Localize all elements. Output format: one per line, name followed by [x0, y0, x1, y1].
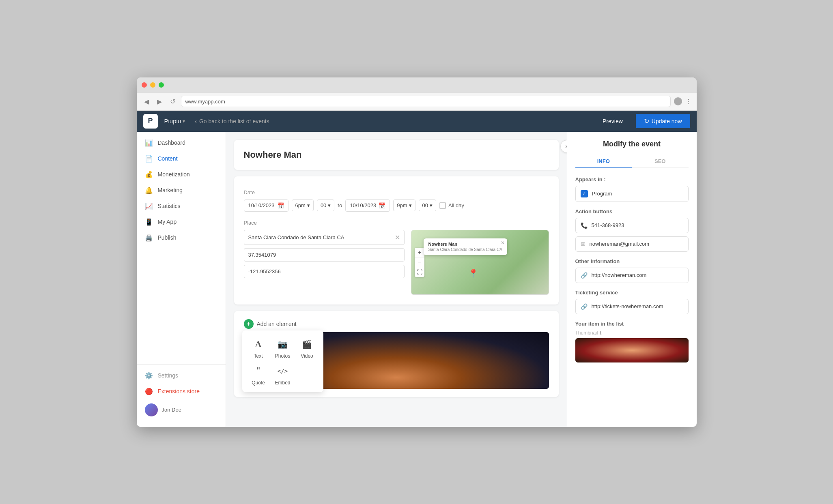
sidebar-item-dashboard[interactable]: 📊 Dashboard — [137, 135, 226, 151]
back-button[interactable]: ◀ — [142, 96, 151, 107]
start-time-select[interactable]: 6pm ▾ — [292, 199, 314, 211]
sidebar-item-marketing[interactable]: 🔔 Marketing — [137, 182, 226, 198]
latitude-input[interactable] — [244, 248, 405, 262]
map-fullscreen[interactable]: ⛶ — [415, 267, 424, 277]
sidebar-item-settings[interactable]: ⚙️ Settings — [137, 368, 226, 384]
ticketing-section: Ticketing service 🔗 http://tickets-nowhe… — [575, 290, 689, 314]
to-label: to — [338, 202, 342, 208]
sidebar-item-publish[interactable]: 🖨️ Publish — [137, 230, 226, 246]
link-icon: 🔗 — [581, 272, 588, 279]
place-section: Place Santa Clara Condado de Santa Clara… — [244, 220, 549, 295]
date-section: Date 10/10/2023 📅 6pm ▾ 00 — [244, 189, 549, 212]
app-brand[interactable]: Piupiu ▾ — [164, 118, 185, 124]
event-title-input[interactable] — [244, 150, 549, 160]
all-day-checkbox[interactable] — [439, 202, 446, 209]
embed-icon: </> — [276, 364, 290, 378]
address-bar[interactable]: www.myapp.com — [181, 96, 671, 107]
place-row: Santa Clara Condado de Santa Clara CA ✕ … — [244, 230, 549, 295]
element-type-text[interactable]: A Text — [249, 337, 268, 359]
place-search-input[interactable]: Santa Clara Condado de Santa Clara CA ✕ — [244, 230, 405, 245]
map-background: + − ⛶ ✕ Nowhere Man Santa Clara Condado … — [411, 230, 549, 294]
chevron-down-icon: ▾ — [328, 202, 331, 208]
sidebar-nav: 📊 Dashboard 📄 Content 💰 Monetization 🔔 M… — [137, 135, 226, 364]
browser-toolbar: ◀ ▶ ↺ www.myapp.com ⋮ — [137, 93, 697, 111]
element-picker: A Text 📷 Photos 🎬 Video " — [242, 330, 323, 392]
appears-in-checkbox[interactable]: ✓ — [581, 190, 588, 197]
map-zoom-out[interactable]: − — [415, 257, 424, 267]
app-container: P Piupiu ▾ ‹ Go back to the list of even… — [137, 111, 697, 427]
start-min-select[interactable]: 00 ▾ — [317, 199, 334, 211]
extensions-icon: 🔴 — [145, 388, 153, 395]
sidebar-item-statistics[interactable]: 📈 Statistics — [137, 198, 226, 214]
other-info-label: Other information — [575, 258, 689, 264]
add-element-button[interactable]: + Add an element — [244, 319, 297, 329]
app-header: P Piupiu ▾ ‹ Go back to the list of even… — [137, 111, 697, 132]
email-action-item[interactable]: ✉ nowhereman@gmail.com — [575, 236, 689, 252]
tab-seo[interactable]: SEO — [632, 155, 689, 168]
website-input[interactable]: 🔗 http://nowhereman.com — [575, 268, 689, 283]
dashboard-icon: 📊 — [145, 139, 153, 147]
sidebar-item-myapp[interactable]: 📱 My App — [137, 214, 226, 230]
browser-titlebar — [137, 77, 697, 93]
end-date-input[interactable]: 10/10/2023 📅 — [345, 199, 390, 212]
action-buttons-section: Action buttons 📞 541-368-9923 ✉ nowherem… — [575, 208, 689, 252]
map-container[interactable]: + − ⛶ ✕ Nowhere Man Santa Clara Condado … — [411, 230, 549, 295]
map-popup-close[interactable]: ✕ — [501, 240, 505, 246]
longitude-input[interactable] — [244, 265, 405, 278]
refresh-button[interactable]: ↺ — [168, 96, 178, 107]
element-type-embed[interactable]: </> Embed — [273, 364, 293, 386]
sidebar: 📊 Dashboard 📄 Content 💰 Monetization 🔔 M… — [137, 132, 226, 427]
forward-button[interactable]: ▶ — [155, 96, 164, 107]
tab-info[interactable]: INFO — [575, 155, 632, 168]
event-title-card — [234, 140, 559, 170]
breadcrumb[interactable]: ‹ Go back to the list of events — [195, 118, 269, 124]
thumbnail-info: Thumbnail ℹ — [575, 330, 689, 336]
preview-button[interactable]: Preview — [596, 116, 629, 127]
thumbnail-label: Thumbnail — [575, 330, 598, 336]
map-zoom-in[interactable]: + — [415, 248, 424, 257]
phone-action-item[interactable]: 📞 541-368-9923 — [575, 218, 689, 233]
close-button[interactable] — [142, 82, 147, 88]
sidebar-item-extensions[interactable]: 🔴 Extensions store — [137, 384, 226, 399]
end-date-value: 10/10/2023 — [350, 202, 376, 208]
map-controls: + − ⛶ — [415, 248, 424, 277]
email-icon: ✉ — [581, 241, 585, 247]
brand-chevron-icon: ▾ — [183, 118, 185, 124]
ticketing-input[interactable]: 🔗 http://tickets-nowhereman.com — [575, 299, 689, 314]
maximize-button[interactable] — [159, 82, 164, 88]
map-popup-subtitle: Santa Clara Condado de Santa Clara CA — [428, 247, 502, 252]
browser-window: ◀ ▶ ↺ www.myapp.com ⋮ P Piupiu ▾ ‹ Go ba… — [137, 77, 697, 427]
appears-in-item[interactable]: ✓ Program — [575, 186, 689, 202]
thumbnail-preview — [575, 338, 689, 362]
start-date-input[interactable]: 10/10/2023 📅 — [244, 199, 288, 212]
text-icon: A — [251, 337, 266, 352]
browser-menu-button[interactable]: ⋮ — [685, 98, 692, 105]
other-info-section: Other information 🔗 http://nowhereman.co… — [575, 258, 689, 283]
user-profile[interactable]: Jon Doe — [137, 399, 226, 420]
monetization-icon: 💰 — [145, 171, 153, 178]
update-now-button[interactable]: ↻ Update now — [636, 114, 690, 128]
phone-value: 541-368-9923 — [592, 222, 624, 228]
sidebar-item-content[interactable]: 📄 Content — [137, 151, 226, 167]
list-item-label: Your item in the list — [575, 321, 689, 327]
map-pin-icon: 📍 — [468, 268, 478, 278]
sidebar-item-monetization[interactable]: 💰 Monetization — [137, 167, 226, 182]
minimize-button[interactable] — [150, 82, 155, 88]
date-label: Date — [244, 189, 549, 195]
place-label: Place — [244, 220, 549, 226]
app-logo: P — [143, 114, 158, 129]
element-type-video[interactable]: 🎬 Video — [297, 337, 317, 359]
all-day-row: All day — [439, 202, 464, 209]
settings-icon: ⚙️ — [145, 372, 153, 380]
place-address: Santa Clara Condado de Santa Clara CA — [248, 234, 392, 240]
end-time-select[interactable]: 9pm ▾ — [393, 199, 415, 211]
avatar — [145, 403, 158, 416]
clear-place-icon[interactable]: ✕ — [395, 234, 400, 241]
element-type-quote[interactable]: " Quote — [249, 364, 268, 386]
end-min-select[interactable]: 00 ▾ — [419, 199, 436, 211]
add-element-card: + Add an element A Text 📷 Photos — [234, 311, 559, 397]
website-value: http://nowhereman.com — [592, 272, 647, 278]
collapse-panel-button[interactable]: » — [560, 140, 567, 153]
element-type-photos[interactable]: 📷 Photos — [273, 337, 293, 359]
appears-in-label: Appears in : — [575, 176, 689, 182]
